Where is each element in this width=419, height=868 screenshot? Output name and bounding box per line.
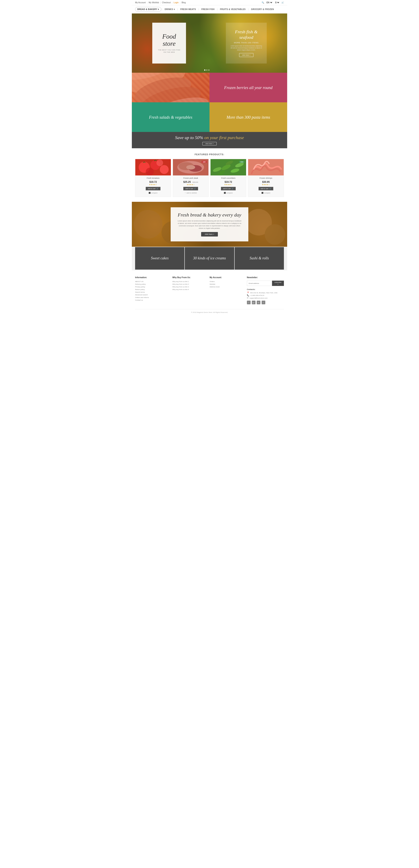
my-account-link[interactable]: My Account (135, 1, 146, 4)
subscribe-btn[interactable]: subscribe > (272, 281, 284, 286)
product-info-cucumbers: Fresh cucumbers $19.72 ★★★★☆ add to cart… (211, 176, 246, 197)
promo-berries-text: Frozen berries all year round (224, 85, 272, 90)
footer-why-link-3[interactable]: Why buy from us link 3 (172, 286, 205, 288)
compare-cucumbers[interactable]: ⬛ compare (224, 192, 233, 194)
category-ice-creams[interactable]: 30 kinds of ice creams (185, 247, 234, 270)
product-img-pork: sale (173, 159, 208, 176)
save-banner: Save up to 50% on your first purchase cl… (132, 132, 287, 148)
checkout-link[interactable]: Checkout (162, 1, 171, 4)
nav-bread-bakery[interactable]: BREAD & BAKERY ▾ (135, 7, 161, 12)
footer-link-search[interactable]: Search terms (135, 291, 168, 293)
footer-why-link-1[interactable]: Why buy from us link 1 (172, 281, 205, 282)
svg-point-9 (146, 168, 154, 176)
footer-link-advanced-search[interactable]: Advanced search (135, 294, 168, 296)
footer-link-return[interactable]: Return policy (135, 288, 168, 290)
facebook-icon[interactable]: f (247, 301, 250, 304)
footer-wishlist-link[interactable]: Wishlist (210, 283, 243, 285)
social-row: f g+ in t (247, 301, 284, 304)
product-card-tomatoes: Fresh tomatoes $19.72 ★★★★☆ add to cart … (135, 159, 171, 197)
my-wishlist-link[interactable]: My Wishlist (149, 1, 159, 4)
footer-why-buy-title: Why buy from us: (172, 276, 205, 279)
compare-shrimps[interactable]: ⬛ compare (262, 192, 270, 194)
product-price-row-tomatoes: $19.72 (137, 180, 169, 184)
promo-salads-cell[interactable]: Fresh salads & vegetables (132, 102, 210, 132)
footer-link-delivery[interactable]: Delivery policy (135, 283, 168, 285)
category-label-ice-creams: 30 kinds of ice creams (193, 256, 226, 260)
bread-btn[interactable]: click here > (201, 232, 218, 237)
google-plus-icon[interactable]: g+ (252, 301, 256, 304)
newsletter-input[interactable] (247, 281, 272, 286)
sep3: | (172, 1, 173, 4)
compare-tomatoes[interactable]: ⬛ compare (149, 192, 157, 194)
products-grid: Fresh tomatoes $19.72 ★★★★☆ add to cart … (135, 159, 284, 197)
footer-orders-link[interactable]: Orders (210, 281, 243, 282)
nav-drinks[interactable]: DRINKS ▾ (162, 7, 177, 11)
top-bar: My Account | My Wishlist | Checkout | Lo… (132, 0, 287, 5)
promo-salads-text: Fresh salads & vegetables (149, 115, 192, 120)
promo-salmon-cell[interactable] (132, 73, 210, 102)
contact-phone: 📞 +1-800-456-478-23 (247, 294, 284, 296)
nav-fruits-veg[interactable]: FRUITS & VEGETABLES (218, 7, 247, 11)
category-label-sweet-cakes: Sweet cakes (151, 256, 169, 260)
nav-grocery[interactable]: GROCERY & FROZEN (249, 7, 276, 11)
add-to-cart-tomatoes[interactable]: add to cart 🛒 (146, 187, 160, 190)
currency-selector[interactable]: $€£ (274, 1, 280, 4)
hero-fish-btn[interactable]: click here > (239, 53, 253, 57)
nav-fresh-fish[interactable]: FRESH FISH (199, 7, 216, 11)
save-text: Save up to 50% on your first purchase (175, 135, 244, 140)
language-selector[interactable]: ENRUDE (266, 1, 273, 4)
product-price-row-shrimps: $30.95 (250, 180, 282, 184)
blog-link[interactable]: Blog (181, 1, 186, 4)
dot-3[interactable] (208, 69, 210, 71)
svg-point-10 (156, 159, 163, 166)
promo-berries-cell[interactable]: Frozen berries all year round (210, 73, 287, 102)
add-to-cart-cucumbers[interactable]: add to cart 🛒 (221, 187, 236, 190)
footer-link-privacy[interactable]: Privacy policy (135, 286, 168, 288)
footer-why-link-4[interactable]: Why buy from us link 4 (172, 288, 205, 290)
dot-1[interactable] (204, 69, 205, 71)
footer-link-about[interactable]: ABOUT US (135, 281, 168, 282)
bread-desc: Lorem ipsum dolor sit ametconsectetur ad… (177, 220, 242, 229)
category-row: Sweet cakes 30 kinds of ice creams Sushi… (132, 247, 287, 270)
add-to-cart-shrimps[interactable]: add to cart 🛒 (259, 187, 273, 190)
footer-link-contact[interactable]: Contact us (135, 299, 168, 301)
category-sweet-cakes[interactable]: Sweet cakes (135, 247, 184, 270)
footer-link-orders-returns[interactable]: Orders and returns (135, 297, 168, 299)
product-price-tomatoes: $19.72 (149, 181, 157, 183)
tomatoes-svg (135, 159, 171, 176)
footer-info-title: Information: (135, 276, 168, 279)
search-icon[interactable]: 🔍 (262, 1, 264, 4)
footer: Information: ABOUT US Delivery policy Pr… (132, 270, 287, 316)
product-name-shrimps: Frozen shrimps (250, 177, 282, 179)
sep4: | (180, 1, 180, 4)
login-link[interactable]: Login (174, 1, 178, 4)
wishlist-pork[interactable]: ♡ add to wishlist (185, 192, 197, 194)
hero-fish-promo: Fresh fish & seafood MORE THAN 100 ITEMS… (226, 23, 267, 64)
linkedin-icon[interactable]: in (257, 301, 260, 304)
product-stars-shrimps: ★★★★☆ (250, 184, 282, 186)
dot-2[interactable] (206, 69, 207, 71)
nav-fresh-meats[interactable]: FRESH MEATS (178, 7, 198, 11)
top-bar-links: My Account | My Wishlist | Checkout | Lo… (135, 1, 186, 4)
cart-icon[interactable]: 🛒 (281, 1, 284, 4)
product-badge-sale: sale (202, 161, 207, 163)
add-to-cart-pork[interactable]: add to cart 🛒 (183, 187, 198, 190)
product-stars-pork: ★★★★☆ (175, 184, 207, 186)
footer-address-link[interactable]: Address book (210, 286, 243, 288)
featured-title: FEATURED PRODUCTS: (135, 153, 284, 156)
footer-why-link-2[interactable]: Why buy from us link 2 (172, 283, 205, 285)
twitter-icon[interactable]: t (262, 301, 265, 304)
hero-fish-title: Fresh fish & seafood (230, 29, 263, 40)
svg-point-24 (134, 210, 162, 239)
product-img-cucumbers: new (211, 159, 246, 176)
save-banner-btn[interactable]: click here > (202, 142, 217, 146)
footer-information: Information: ABOUT US Delivery policy Pr… (135, 276, 168, 304)
promo-pasta-cell[interactable]: More than 300 pasta items (210, 102, 287, 132)
product-price-old-pork: $28.90 (192, 181, 198, 183)
product-actions-pork: ♡ add to wishlist (175, 192, 207, 195)
contacts-title: Contacts: (247, 288, 284, 290)
email-icon: ✉ (247, 297, 248, 299)
category-sushi-rolls[interactable]: Sushi & rolls (235, 247, 284, 270)
product-stars-cucumbers: ★★★★☆ (212, 184, 244, 186)
product-name-tomatoes: Fresh tomatoes (137, 177, 169, 179)
